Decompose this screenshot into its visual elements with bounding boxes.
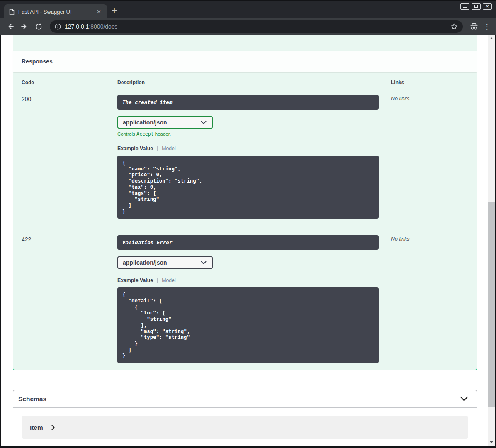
response-links: No links [391, 95, 468, 219]
chevron-down-icon [201, 121, 207, 124]
responses-title: Responses [22, 58, 468, 65]
back-button[interactable] [4, 20, 17, 33]
response-row-422: 422 Validation Error application/json Ex… [22, 230, 468, 363]
chevron-down-icon[interactable] [460, 396, 468, 402]
browser-window: Fast API - Swagger UI ✕ + ✕ 127.0.0.1:80… [0, 0, 496, 448]
navigation-toolbar: 127.0.0.1:8000/docs ⋮ [0, 18, 496, 35]
media-type-select[interactable]: application/json [117, 256, 213, 269]
minimize-icon [463, 7, 467, 8]
response-row-200: 200 The created item application/json Co… [22, 90, 468, 230]
example-model-tabs: Example Value Model [117, 146, 379, 151]
vertical-scrollbar[interactable] [488, 35, 495, 446]
chevron-down-icon [201, 261, 207, 265]
close-button[interactable]: ✕ [483, 3, 492, 10]
star-icon[interactable] [450, 23, 458, 30]
titlebar: Fast API - Swagger UI ✕ + ✕ [0, 0, 496, 18]
info-icon[interactable] [55, 24, 61, 30]
maximize-icon [474, 5, 478, 8]
opblock-post: Responses Code Description Links 200 The… [13, 35, 477, 370]
example-json-200: { "name": "string", "price": 0, "descrip… [117, 156, 379, 219]
tab-model[interactable]: Model [162, 278, 176, 283]
schemas-title: Schemas [18, 395, 46, 403]
responses-table: Code Description Links 200 The created i… [13, 72, 477, 370]
response-description-cell: Validation Error application/json Exampl… [117, 235, 391, 363]
reload-button[interactable] [32, 20, 45, 33]
col-header-code: Code [22, 80, 117, 85]
responses-section-header: Responses [13, 51, 477, 72]
page-content: Responses Code Description Links 200 The… [0, 35, 496, 448]
menu-icon[interactable]: ⋮ [482, 22, 492, 31]
example-json-422: { "detail": [ { "loc": [ "string" ], "ms… [117, 287, 379, 363]
response-links: No links [391, 235, 468, 363]
schemas-body: Item ValidationError [13, 408, 477, 446]
window-controls: ✕ [460, 3, 492, 10]
scroll-down-button[interactable] [488, 439, 495, 446]
col-header-description: Description [117, 80, 391, 85]
model-item[interactable]: Item [22, 416, 468, 439]
response-description-cell: The created item application/json Contro… [117, 95, 391, 219]
scroll-up-icon [490, 37, 493, 39]
response-description: Validation Error [117, 235, 379, 250]
tab-close-icon[interactable]: ✕ [96, 9, 102, 15]
response-description: The created item [117, 95, 379, 110]
tab-separator [157, 146, 158, 151]
maximize-button[interactable] [472, 3, 481, 10]
scroll-up-button[interactable] [488, 35, 495, 41]
example-model-tabs: Example Value Model [117, 278, 379, 283]
accept-header-note: Controls Accept header. [117, 131, 379, 137]
browser-tab[interactable]: Fast API - Swagger UI ✕ [4, 4, 107, 19]
scroll-down-icon [490, 441, 493, 443]
model-name: Item [30, 424, 43, 431]
incognito-button[interactable] [468, 20, 480, 33]
response-code: 422 [22, 235, 117, 363]
reload-icon [35, 23, 43, 31]
new-tab-button[interactable]: + [109, 5, 120, 17]
schemas-header[interactable]: Schemas [13, 390, 477, 408]
responses-table-header: Code Description Links [22, 80, 468, 90]
tab-title: Fast API - Swagger UI [18, 9, 92, 15]
minimize-button[interactable] [460, 3, 469, 10]
url-path: :8000/docs [89, 23, 117, 30]
scrollbar-thumb[interactable] [488, 202, 495, 407]
schemas-section: Schemas Item ValidationError [13, 390, 477, 446]
forward-button[interactable] [18, 20, 31, 33]
document-icon [9, 9, 15, 15]
tab-separator [157, 278, 158, 283]
swagger-page: Responses Code Description Links 200 The… [1, 35, 488, 446]
tab-example-value[interactable]: Example Value [117, 278, 153, 283]
address-bar[interactable]: 127.0.0.1:8000/docs [50, 20, 463, 33]
forward-icon [20, 22, 29, 31]
media-type-select[interactable]: application/json [117, 116, 213, 129]
tab-model[interactable]: Model [162, 146, 176, 151]
incognito-icon [469, 22, 479, 31]
response-code: 200 [22, 95, 117, 219]
chevron-right-icon [51, 425, 55, 430]
tab-example-value[interactable]: Example Value [117, 146, 153, 151]
opblock-spacer [13, 35, 477, 51]
url-text: 127.0.0.1:8000/docs [65, 23, 447, 30]
col-header-links: Links [391, 80, 468, 85]
back-icon [6, 22, 15, 31]
url-host: 127.0.0.1 [65, 23, 89, 30]
